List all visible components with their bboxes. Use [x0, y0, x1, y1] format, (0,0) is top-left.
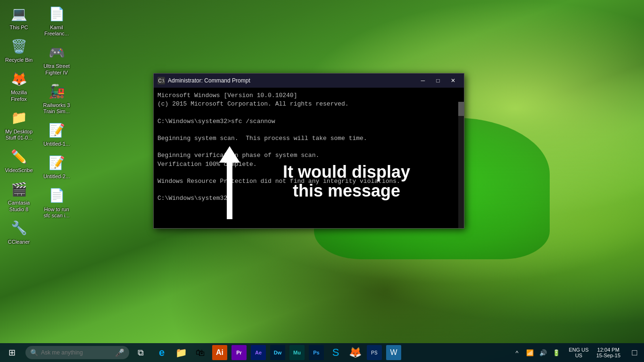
taskbar-word[interactable]: W	[384, 343, 403, 362]
street-fighter-label: Ultra Street Fighter IV	[42, 63, 71, 75]
desktop-icon-camtasia[interactable]: 🎬 Camtasia Studio 8	[2, 178, 35, 214]
tray-battery-icon[interactable]: 🔋	[551, 347, 562, 358]
desktop-icon-railworks[interactable]: 🚂 Railworks 3 Train Sim...	[40, 80, 73, 116]
desktop-icon-how-to-run[interactable]: 📄 How to run sfc scan i...	[40, 184, 73, 221]
taskbar-skype[interactable]: S	[326, 343, 345, 362]
language-indicator[interactable]: ENG US US	[566, 343, 591, 362]
dreamweaver-icon: Dw	[270, 345, 285, 360]
videoscribe-icon: ✏️	[9, 147, 28, 166]
taskbar-illustrator[interactable]: Ai	[210, 343, 229, 362]
tray-network-icon[interactable]: 📶	[524, 347, 536, 358]
street-fighter-icon: 🎮	[47, 43, 66, 62]
untitled2-icon: 📝	[47, 153, 66, 172]
how-to-run-icon: 📄	[47, 186, 66, 205]
cmd-line: Microsoft Windows [Version 10.0.10240]	[157, 91, 460, 100]
camtasia-label: Camtasia Studio 8	[4, 200, 33, 212]
powershell-icon: PS	[367, 345, 382, 360]
cmd-line: (c) 2015 Microsoft Corporation. All righ…	[157, 100, 460, 108]
desktop-icon-untitled2[interactable]: 📝 Untitled-2...	[40, 151, 73, 181]
recycle-bin-icon: 🗑️	[9, 37, 28, 56]
cmd-scrollbar-thumb[interactable]	[458, 102, 464, 116]
taskbar-store[interactable]: 🛍	[191, 343, 210, 362]
cmd-maximize-button[interactable]: □	[431, 76, 445, 85]
cmd-line: Beginning verification phase of system s…	[157, 151, 460, 160]
clock-time: 12:04 PM	[597, 347, 619, 353]
cmd-title-text: Administrator: Command Prompt	[168, 77, 250, 84]
taskbar-premiere[interactable]: Pr	[230, 343, 248, 362]
cmd-line	[157, 108, 460, 117]
cmd-close-button[interactable]: ✕	[446, 76, 460, 85]
tray-chevron[interactable]: ^	[511, 347, 522, 358]
start-button[interactable]: ⊞	[0, 343, 24, 362]
taskbar: ⊞ 🔍 🎤 ⧉ e 📁 🛍	[0, 343, 644, 362]
task-view-button[interactable]: ⧉	[131, 343, 150, 362]
clock-date: 15-Sep-15	[596, 353, 620, 358]
cmd-window[interactable]: C:\ Administrator: Command Prompt ─ □ ✕ …	[153, 73, 464, 229]
ccleaner-icon: 🔧	[9, 219, 28, 238]
cmd-content[interactable]: Microsoft Windows [Version 10.0.10240](c…	[154, 88, 464, 228]
kamil-icon: 📄	[47, 4, 66, 23]
taskbar-after-effects[interactable]: Ae	[249, 343, 268, 362]
taskbar-edge[interactable]: e	[152, 343, 171, 362]
desktop-icons-col1: 💻 This PC 🗑️ Recycle Bin 🦊 Mozilla Firef…	[2, 2, 35, 247]
firefox-label: Mozilla Firefox	[4, 90, 33, 102]
taskbar-photoshop[interactable]: Ps	[307, 343, 326, 362]
taskbar-firefox[interactable]: 🦊	[346, 343, 364, 362]
desktop-icon-videoscribe[interactable]: ✏️ VideoScribe	[2, 145, 35, 175]
photoshop-icon: Ps	[309, 345, 324, 360]
desktop-icon-firefox[interactable]: 🦊 Mozilla Firefox	[2, 67, 35, 104]
desktop-icon-ccleaner[interactable]: 🔧 CCleaner	[2, 217, 35, 247]
taskbar-powershell[interactable]: PS	[365, 343, 384, 362]
tray-volume-icon[interactable]: 🔊	[537, 347, 549, 358]
taskbar-explorer[interactable]: 📁	[172, 343, 190, 362]
this-pc-icon: 💻	[9, 4, 28, 23]
taskbar-apps: e 📁 🛍 Ai Pr Ae Dw	[150, 343, 507, 362]
explorer-icon: 📁	[175, 347, 187, 358]
muse-icon: Mu	[289, 345, 305, 360]
clock[interactable]: 12:04 PM 15-Sep-15	[592, 343, 625, 362]
recycle-bin-label: Recycle Bin	[5, 57, 33, 63]
cmd-line: C:\Windows\system32>sfc /scannow	[157, 117, 460, 126]
edge-icon: e	[159, 346, 165, 359]
start-icon: ⊞	[8, 347, 16, 358]
how-to-run-label: How to run sfc scan i...	[42, 206, 71, 219]
untitled2-label: Untitled-2...	[43, 173, 70, 180]
search-bar[interactable]: 🔍 🎤	[25, 346, 129, 359]
my-desktop-stuff-label: My Desktop Stuff 01-0...	[4, 129, 33, 141]
arrow-shaft	[227, 163, 232, 219]
cmd-titlebar[interactable]: C:\ Administrator: Command Prompt ─ □ ✕	[154, 74, 464, 88]
cmd-line	[157, 143, 460, 151]
microphone-icon[interactable]: 🎤	[115, 348, 124, 357]
cmd-window-icon: C:\	[157, 77, 165, 84]
arrow-annotation	[219, 146, 240, 219]
desktop-icon-my-desktop-stuff[interactable]: 📁 My Desktop Stuff 01-0...	[2, 107, 35, 143]
railworks-icon: 🚂	[47, 82, 66, 101]
skype-icon: S	[332, 346, 339, 359]
desktop-icon-untitled1[interactable]: 📝 Untitled-1...	[40, 119, 73, 149]
notification-center-button[interactable]: □	[625, 343, 644, 362]
untitled1-icon: 📝	[47, 121, 66, 140]
desktop-icon-kamil[interactable]: 📄 Kamil Freelanc...	[40, 2, 73, 39]
arrow-up-icon	[219, 146, 240, 163]
desktop-icon-street-fighter[interactable]: 🎮 Ultra Street Fighter IV	[40, 41, 73, 77]
cmd-title-left: C:\ Administrator: Command Prompt	[157, 77, 250, 84]
after-effects-icon: Ae	[251, 345, 266, 360]
cmd-scrollbar[interactable]	[458, 102, 464, 228]
annotation-text: It would displaythis message	[266, 163, 427, 200]
illustrator-icon: Ai	[212, 345, 227, 360]
cmd-line: Beginning system scan. This process will…	[157, 134, 460, 143]
language-text: ENG US	[569, 347, 588, 353]
taskbar-dreamweaver[interactable]: Dw	[268, 343, 287, 362]
cmd-line	[157, 126, 460, 134]
railworks-label: Railworks 3 Train Sim...	[42, 102, 71, 115]
taskbar-muse[interactable]: Mu	[288, 343, 306, 362]
desktop-icon-this-pc[interactable]: 💻 This PC	[2, 2, 35, 33]
desktop: 💻 This PC 🗑️ Recycle Bin 🦊 Mozilla Firef…	[0, 0, 644, 362]
system-tray: ^ 📶 🔊 🔋	[507, 347, 566, 358]
search-input[interactable]	[41, 349, 112, 356]
desktop-icon-recycle-bin[interactable]: 🗑️ Recycle Bin	[2, 35, 35, 65]
notification-icon: □	[632, 348, 637, 358]
cmd-window-buttons: ─ □ ✕	[416, 76, 460, 85]
cmd-minimize-button[interactable]: ─	[416, 76, 430, 85]
premiere-icon: Pr	[231, 345, 247, 360]
